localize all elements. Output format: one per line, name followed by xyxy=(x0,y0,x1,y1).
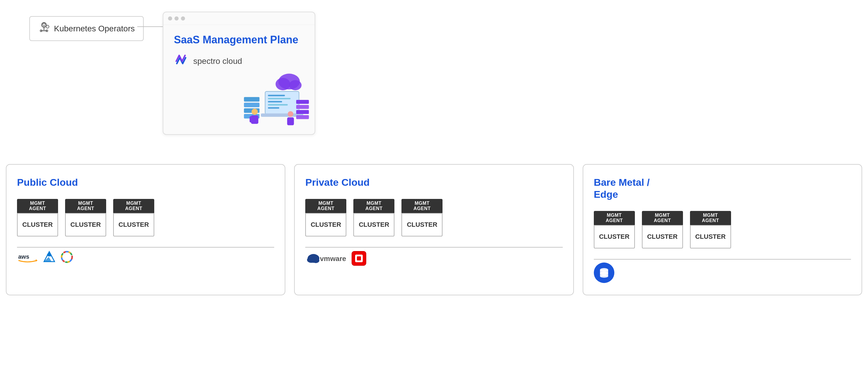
spectro-logo: spectro cloud xyxy=(174,53,304,69)
private-cluster-box-1: CLUSTER xyxy=(305,213,346,236)
bare-cluster-box-3: CLUSTER xyxy=(690,225,731,248)
bare-mgmt-agent-badge-3: MGMT AGENT xyxy=(690,211,731,225)
bare-metal-clusters: MGMT AGENT CLUSTER MGMT AGENT CLUSTER MG… xyxy=(594,211,851,248)
bare-cluster-unit-3: MGMT AGENT CLUSTER xyxy=(690,211,731,248)
openshift-logo xyxy=(351,250,367,266)
svg-rect-22 xyxy=(244,103,259,107)
dot2 xyxy=(175,16,179,21)
cluster-unit-3: MGMT AGENT CLUSTER xyxy=(113,199,154,236)
bare-mgmt-agent-badge-1: MGMT AGENT xyxy=(594,211,635,225)
private-mgmt-agent-badge-3: MGMT AGENT xyxy=(401,199,442,213)
azure-logo xyxy=(43,250,56,263)
private-cluster-unit-2: MGMT AGENT CLUSTER xyxy=(353,199,395,236)
svg-text:vmware: vmware xyxy=(320,254,346,263)
svg-rect-34 xyxy=(287,117,294,125)
bare-cluster-unit-1: MGMT AGENT CLUSTER xyxy=(594,211,635,248)
cluster-unit-1: MGMT AGENT CLUSTER xyxy=(17,199,58,236)
k8s-operators-box: Kubernetes Operators xyxy=(29,16,144,41)
bare-metal-panel: Bare Metal / Edge MGMT AGENT CLUSTER MGM… xyxy=(583,164,862,295)
public-cloud-title: Public Cloud xyxy=(17,176,274,189)
svg-point-12 xyxy=(276,78,290,90)
svg-text:aws: aws xyxy=(18,253,29,260)
connecting-line-bare xyxy=(594,259,851,260)
private-mgmt-agent-badge-1: MGMT AGENT xyxy=(305,199,346,213)
cluster-unit-2: MGMT AGENT CLUSTER xyxy=(65,199,106,236)
saas-title: SaaS Management Plane xyxy=(174,34,304,46)
mgmt-agent-badge-3: MGMT AGENT xyxy=(113,199,154,213)
public-cloud-logos: aws xyxy=(17,250,274,263)
connecting-line-public xyxy=(17,247,274,247)
spectro-icon xyxy=(174,53,189,69)
gcp-logo xyxy=(60,250,73,263)
mgmt-agent-badge-1: MGMT AGENT xyxy=(17,199,58,213)
svg-rect-51 xyxy=(357,257,361,261)
saas-illustration xyxy=(236,70,312,128)
aws-logo: aws xyxy=(17,250,38,263)
bare-metal-logos xyxy=(594,263,851,283)
bare-metal-title: Bare Metal / Edge xyxy=(594,176,851,200)
spectro-brand: spectro cloud xyxy=(193,57,242,66)
svg-point-6 xyxy=(46,25,49,28)
bare-cluster-unit-2: MGMT AGENT CLUSTER xyxy=(642,211,683,248)
mgmt-agent-badge-2: MGMT AGENT xyxy=(65,199,106,213)
svg-point-1 xyxy=(43,23,45,26)
svg-point-47 xyxy=(312,258,319,263)
private-cluster-unit-3: MGMT AGENT CLUSTER xyxy=(401,199,442,236)
private-cloud-clusters: MGMT AGENT CLUSTER MGMT AGENT CLUSTER MG… xyxy=(305,199,562,236)
svg-rect-25 xyxy=(296,100,309,103)
private-cluster-box-2: CLUSTER xyxy=(353,213,395,236)
public-cloud-panel: Public Cloud MGMT AGENT CLUSTER MGMT AGE… xyxy=(6,164,285,295)
svg-rect-28 xyxy=(296,115,309,118)
svg-point-33 xyxy=(288,111,293,116)
svg-point-13 xyxy=(289,80,302,90)
svg-rect-26 xyxy=(296,105,309,109)
svg-rect-19 xyxy=(268,104,288,105)
bare-cluster-box-2: CLUSTER xyxy=(642,225,683,248)
public-cloud-clusters: MGMT AGENT CLUSTER MGMT AGENT CLUSTER MG… xyxy=(17,199,274,236)
connecting-line-private xyxy=(305,247,562,247)
private-cloud-title: Private Cloud xyxy=(305,176,562,189)
private-mgmt-agent-badge-2: MGMT AGENT xyxy=(353,199,395,213)
svg-rect-27 xyxy=(296,110,309,114)
dot3 xyxy=(181,16,185,21)
private-cloud-logos: vmware xyxy=(305,250,562,266)
private-cluster-box-3: CLUSTER xyxy=(401,213,442,236)
bottom-section: Public Cloud MGMT AGENT CLUSTER MGMT AGE… xyxy=(6,164,862,295)
bare-mgmt-agent-badge-2: MGMT AGENT xyxy=(642,211,683,225)
saas-panel: SaaS Management Plane spectro cloud xyxy=(163,12,315,135)
k8s-icon xyxy=(38,22,50,36)
bare-metal-icon xyxy=(594,263,614,283)
private-cluster-unit-1: MGMT AGENT CLUSTER xyxy=(305,199,346,236)
private-cloud-panel: Private Cloud MGMT AGENT CLUSTER MGMT AG… xyxy=(294,164,574,295)
svg-rect-18 xyxy=(268,101,282,102)
cluster-box-1: CLUSTER xyxy=(17,213,58,236)
svg-rect-31 xyxy=(250,116,253,122)
cluster-box-3: CLUSTER xyxy=(113,213,154,236)
svg-rect-14 xyxy=(265,92,299,114)
k8s-label: Kubernetes Operators xyxy=(54,24,135,33)
svg-point-56 xyxy=(600,275,608,278)
svg-point-29 xyxy=(252,108,258,114)
saas-content: SaaS Management Plane spectro cloud xyxy=(163,25,315,84)
saas-titlebar xyxy=(163,12,315,25)
cluster-box-2: CLUSTER xyxy=(65,213,106,236)
bare-cluster-box-1: CLUSTER xyxy=(594,225,635,248)
svg-rect-16 xyxy=(268,95,285,96)
svg-rect-17 xyxy=(268,98,290,99)
svg-rect-21 xyxy=(244,97,259,101)
svg-rect-20 xyxy=(268,107,279,108)
vmware-logo: vmware xyxy=(305,251,346,266)
dot1 xyxy=(168,16,172,21)
svg-rect-32 xyxy=(255,116,258,122)
